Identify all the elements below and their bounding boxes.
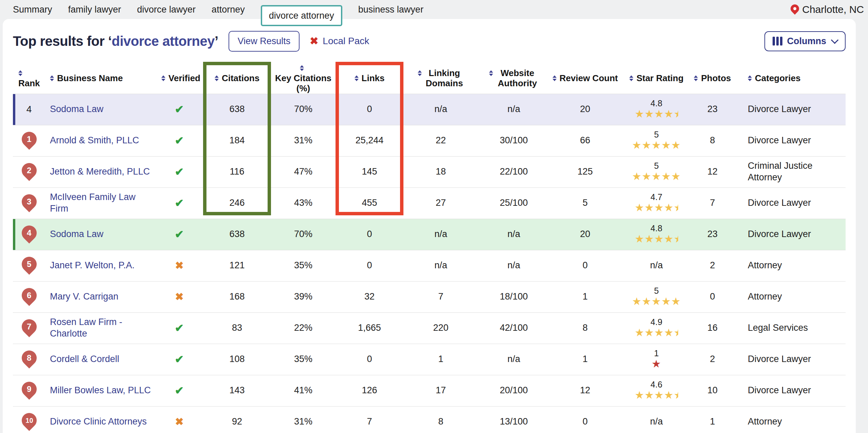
- rank-number: 7: [27, 322, 31, 332]
- photos-cell: 2: [692, 344, 733, 375]
- column-header-citations[interactable]: Citations: [203, 63, 271, 94]
- categories-cell: Attorney: [733, 406, 846, 433]
- rank-pin-icon: 3: [18, 191, 39, 212]
- rank-pin-icon: 1: [18, 129, 39, 150]
- tab-divorce-lawyer[interactable]: divorce lawyer: [137, 0, 196, 19]
- business-name-link[interactable]: Miller Bowles Law, PLLC: [50, 385, 151, 395]
- sort-icon: [300, 65, 304, 71]
- table-row: 4Sodoma Law✔63870%0n/an/a204.8★★★★★23Div…: [13, 94, 846, 125]
- business-name-link[interactable]: McIlveen Family Law Firm: [50, 192, 135, 214]
- sort-icon: [215, 75, 219, 81]
- tabs: Summaryfamily lawyerdivorce lawyerattorn…: [0, 0, 423, 26]
- local-pack-legend[interactable]: ✖ Local Pack: [310, 36, 369, 47]
- business-name-link[interactable]: Sodoma Law: [50, 229, 104, 239]
- star-icon: ★: [635, 233, 645, 245]
- tab-bar: Summaryfamily lawyerdivorce lawyerattorn…: [0, 0, 868, 19]
- column-header-rank[interactable]: Rank: [13, 63, 45, 94]
- review_count-cell: 0: [549, 250, 621, 281]
- column-header-website_authority[interactable]: Website Authority: [478, 63, 549, 94]
- review_count-cell: 20: [549, 94, 621, 125]
- rank-number: 3: [27, 197, 31, 207]
- business-name-link[interactable]: Janet P. Welton, P.A.: [50, 260, 134, 270]
- linking_domains-cell: n/a: [403, 94, 478, 125]
- linking_domains-cell: 17: [403, 375, 478, 406]
- tab-divorce-attorney[interactable]: divorce attorney: [261, 5, 342, 26]
- key_citations-cell: 31%: [271, 406, 336, 433]
- star-icon: ★: [652, 295, 662, 307]
- tab-family-lawyer[interactable]: family lawyer: [68, 0, 121, 19]
- photos-cell: 1: [692, 406, 733, 433]
- tab-business-lawyer[interactable]: business lawyer: [358, 0, 423, 19]
- rank-pin-icon: 7: [18, 316, 39, 337]
- categories-cell: Criminal Justice Attorney: [733, 156, 846, 187]
- sort-icon: [18, 70, 22, 76]
- column-header-rating[interactable]: Star Rating: [621, 63, 692, 94]
- citations-cell: 143: [203, 375, 271, 406]
- photos-cell: 0: [692, 281, 733, 312]
- column-header-label: Categories: [755, 73, 800, 84]
- categories-cell: Divorce Lawyer: [733, 219, 846, 250]
- business-name-link[interactable]: Arnold & Smith, PLLC: [50, 135, 139, 145]
- column-header-label: Star Rating: [636, 73, 684, 84]
- star-icon: ★: [661, 139, 671, 151]
- location-pin-icon: [789, 2, 801, 14]
- verified-check-icon: ✔: [175, 166, 184, 178]
- star-icon: ★: [664, 108, 674, 120]
- business-name-link[interactable]: Jetton & Meredith, PLLC: [50, 166, 150, 177]
- rank-number: 1: [27, 134, 31, 144]
- column-header-verified[interactable]: Verified: [156, 63, 203, 94]
- website_authority-cell: n/a: [478, 344, 549, 375]
- star-rating-value: 4.6: [621, 380, 692, 389]
- verified-check-icon: ✔: [175, 353, 184, 365]
- tab-summary[interactable]: Summary: [13, 0, 52, 19]
- column-header-key_citations[interactable]: Key Citations (%): [271, 63, 336, 94]
- business-name-link[interactable]: Cordell & Cordell: [50, 354, 119, 364]
- review_count-cell: 8: [549, 312, 621, 344]
- linking_domains-cell: n/a: [403, 219, 478, 250]
- review_count-cell: 0: [549, 406, 621, 433]
- linking_domains-cell: 220: [403, 312, 478, 344]
- citations-cell: 108: [203, 344, 271, 375]
- columns-icon: [773, 37, 782, 46]
- categories-cell: Divorce Lawyer: [733, 125, 846, 156]
- sort-icon: [418, 70, 422, 76]
- column-header-label: Website Authority: [496, 68, 539, 89]
- categories-cell: Divorce Lawyer: [733, 187, 846, 219]
- star-icon: ★: [632, 295, 642, 307]
- column-header-categories[interactable]: Categories: [733, 63, 846, 94]
- verified-check-icon: ✔: [175, 384, 184, 397]
- column-header-links[interactable]: Links: [336, 63, 403, 94]
- key_citations-cell: 41%: [271, 375, 336, 406]
- columns-button[interactable]: Columns: [764, 31, 846, 51]
- verified-check-icon: ✔: [175, 322, 184, 334]
- star-icon: ★: [642, 295, 652, 307]
- star-rating-stars: ★★★★★: [621, 233, 692, 245]
- column-header-photos[interactable]: Photos: [692, 63, 733, 94]
- star-icon: ★: [664, 233, 674, 245]
- table-row: 1Arnold & Smith, PLLC✔18431%25,2442230/1…: [13, 125, 846, 156]
- key_citations-cell: 22%: [271, 312, 336, 344]
- local-pack-label: Local Pack: [323, 36, 369, 47]
- sort-icon: [489, 70, 493, 76]
- half-star-icon: ★: [674, 233, 678, 245]
- title-prefix: Top results for ‘: [13, 34, 112, 49]
- business-name-link[interactable]: Sodoma Law: [50, 104, 104, 114]
- tab-attorney[interactable]: attorney: [212, 0, 245, 19]
- title-suffix: ’: [215, 34, 218, 49]
- view-results-button[interactable]: View Results: [229, 31, 300, 52]
- column-header-name[interactable]: Business Name: [45, 63, 156, 94]
- photos-cell: 7: [692, 187, 733, 219]
- business-name-link[interactable]: Rosen Law Firm - Charlotte: [50, 317, 122, 339]
- column-header-linking_domains[interactable]: Linking Domains: [403, 63, 478, 94]
- column-header-label: Business Name: [57, 73, 123, 84]
- table-row: 3McIlveen Family Law Firm✔24643%4552725/…: [13, 187, 846, 219]
- business-name-link[interactable]: Mary V. Carrigan: [50, 291, 119, 302]
- sort-icon: [748, 75, 752, 81]
- column-header-label: Rank: [18, 78, 40, 89]
- column-header-label: Key Citations (%): [274, 73, 333, 94]
- linking_domains-cell: 27: [403, 187, 478, 219]
- review_count-cell: 125: [549, 156, 621, 187]
- citations-cell: 638: [203, 94, 271, 125]
- column-header-review_count[interactable]: Review Count: [549, 63, 621, 94]
- business-name-link[interactable]: Divorce Clinic Attorneys: [50, 416, 147, 427]
